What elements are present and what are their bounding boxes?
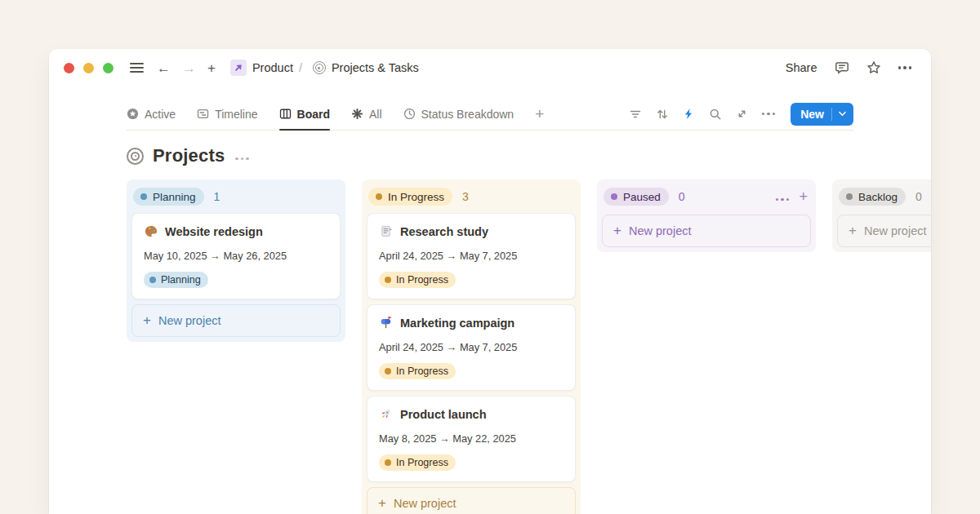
status-pill[interactable]: Planning bbox=[133, 188, 204, 206]
new-project-button[interactable]: + New project bbox=[602, 215, 811, 247]
project-card[interactable]: Website redesign May 10, 2025 → May 26, … bbox=[131, 213, 341, 299]
status-dot-icon bbox=[376, 193, 382, 200]
zoom-window-button[interactable] bbox=[103, 63, 114, 73]
star-circle-icon bbox=[127, 108, 139, 120]
favorite-star-icon[interactable] bbox=[866, 60, 881, 75]
card-status-badge: Planning bbox=[144, 272, 208, 288]
status-pill[interactable]: In Progress bbox=[368, 188, 452, 206]
back-icon[interactable]: ← bbox=[157, 61, 171, 75]
page-header: Projects bbox=[127, 144, 853, 168]
filter-icon[interactable] bbox=[629, 108, 642, 121]
card-status-badge: In Progress bbox=[379, 272, 456, 288]
status-dot-icon bbox=[385, 368, 391, 374]
tab-status-breakdown[interactable]: Status Breakdown bbox=[403, 98, 514, 130]
view-tabs: Active Timeline Board All Status Breakdo… bbox=[127, 98, 544, 130]
card-title: Research study bbox=[400, 225, 488, 238]
card-title: Website redesign bbox=[165, 225, 263, 238]
column-paused: Paused 0 + + New project bbox=[597, 179, 816, 252]
app-window: ← → + Product / Projects & Tasks Share bbox=[49, 49, 931, 514]
automation-lightning-icon[interactable] bbox=[683, 108, 695, 120]
workspace-logo-icon[interactable] bbox=[230, 60, 247, 76]
chevron-down-icon[interactable] bbox=[831, 108, 846, 121]
plus-icon: + bbox=[849, 223, 857, 239]
plus-icon: + bbox=[378, 495, 386, 512]
breadcrumb-separator: / bbox=[299, 61, 302, 74]
breadcrumb-workspace[interactable]: Product bbox=[252, 61, 293, 74]
card-date-range: May 10, 2025 → May 26, 2025 bbox=[144, 250, 328, 262]
column-in-progress: In Progress 3 Research study April 24, 2… bbox=[362, 179, 581, 514]
column-more-icon[interactable] bbox=[776, 189, 790, 204]
minimize-window-button[interactable] bbox=[83, 63, 94, 73]
new-button[interactable]: New bbox=[791, 103, 853, 126]
card-status-badge: In Progress bbox=[379, 454, 456, 471]
view-more-icon[interactable] bbox=[762, 113, 776, 116]
column-count: 3 bbox=[462, 190, 469, 203]
page-target-icon bbox=[313, 61, 326, 74]
sidebar-toggle-icon[interactable] bbox=[130, 63, 144, 73]
card-title: Marketing campaign bbox=[400, 317, 514, 330]
card-title: Product launch bbox=[400, 408, 487, 421]
projects-target-icon bbox=[127, 148, 144, 165]
tab-board[interactable]: Board bbox=[279, 98, 330, 130]
forward-icon[interactable]: → bbox=[182, 61, 196, 75]
column-count: 1 bbox=[214, 190, 220, 203]
status-pill[interactable]: Paused bbox=[604, 188, 669, 206]
column-actions: + bbox=[776, 189, 808, 204]
column-planning: Planning 1 Website redesign May 10, 2025… bbox=[127, 179, 345, 342]
kanban-board: Planning 1 Website redesign May 10, 2025… bbox=[127, 179, 931, 514]
tab-active[interactable]: Active bbox=[127, 98, 176, 130]
new-page-icon[interactable]: + bbox=[207, 61, 216, 75]
clock-icon bbox=[403, 108, 416, 120]
timeline-icon bbox=[197, 108, 209, 120]
status-dot-icon bbox=[149, 277, 156, 283]
view-controls: New bbox=[629, 103, 853, 126]
status-dot-icon bbox=[385, 277, 391, 283]
project-card[interactable]: Product launch May 8, 2025 → May 22, 202… bbox=[367, 396, 576, 482]
card-date-range: April 24, 2025 → May 7, 2025 bbox=[379, 341, 564, 353]
card-status-badge: In Progress bbox=[379, 363, 456, 379]
share-button[interactable]: Share bbox=[786, 61, 817, 74]
column-header: In Progress 3 bbox=[367, 184, 576, 213]
expand-icon[interactable] bbox=[736, 108, 748, 120]
topbar: ← → + Product / Projects & Tasks Share bbox=[49, 49, 931, 86]
tab-all[interactable]: All bbox=[351, 98, 382, 130]
plus-icon: + bbox=[143, 312, 151, 329]
column-header: Backlog 0 bbox=[837, 184, 931, 213]
tab-timeline[interactable]: Timeline bbox=[197, 98, 257, 130]
rocket-emoji-icon bbox=[379, 407, 393, 421]
asterisk-icon bbox=[351, 108, 363, 120]
topbar-actions: Share bbox=[786, 60, 911, 75]
column-count: 0 bbox=[679, 190, 685, 203]
comments-icon[interactable] bbox=[835, 60, 849, 75]
project-card[interactable]: Marketing campaign April 24, 2025 → May … bbox=[367, 304, 576, 391]
project-card[interactable]: Research study April 24, 2025 → May 7, 2… bbox=[367, 213, 576, 299]
column-header: Planning 1 bbox=[131, 184, 341, 213]
title-more-icon[interactable] bbox=[235, 148, 249, 163]
plus-icon: + bbox=[613, 223, 621, 239]
view-tabs-row: Active Timeline Board All Status Breakdo… bbox=[127, 98, 853, 131]
window-controls bbox=[64, 63, 114, 73]
status-dot-icon bbox=[140, 193, 147, 200]
palette-emoji-icon bbox=[144, 224, 158, 238]
bookmark-tabs-emoji-icon bbox=[379, 224, 393, 238]
search-icon[interactable] bbox=[709, 108, 722, 121]
add-view-icon[interactable]: + bbox=[535, 105, 544, 123]
new-project-button[interactable]: + New project bbox=[131, 304, 341, 337]
card-date-range: May 8, 2025 → May 22, 2025 bbox=[379, 432, 564, 445]
close-window-button[interactable] bbox=[64, 63, 74, 73]
status-dot-icon bbox=[846, 193, 853, 200]
page-title: Projects bbox=[153, 145, 225, 166]
more-options-icon[interactable] bbox=[898, 66, 912, 69]
sort-icon[interactable] bbox=[656, 108, 669, 121]
status-dot-icon bbox=[385, 459, 391, 466]
breadcrumb-page[interactable]: Projects & Tasks bbox=[332, 61, 419, 74]
card-date-range: April 24, 2025 → May 7, 2025 bbox=[379, 250, 564, 262]
column-add-icon[interactable]: + bbox=[799, 189, 808, 204]
status-pill[interactable]: Backlog bbox=[839, 188, 906, 206]
column-backlog: Backlog 0 + New project bbox=[832, 179, 931, 252]
new-project-button[interactable]: + New project bbox=[837, 215, 931, 247]
column-count: 0 bbox=[915, 190, 922, 203]
column-header: Paused 0 + bbox=[602, 184, 811, 213]
status-dot-icon bbox=[611, 193, 617, 200]
new-project-button[interactable]: + New project bbox=[367, 487, 576, 514]
